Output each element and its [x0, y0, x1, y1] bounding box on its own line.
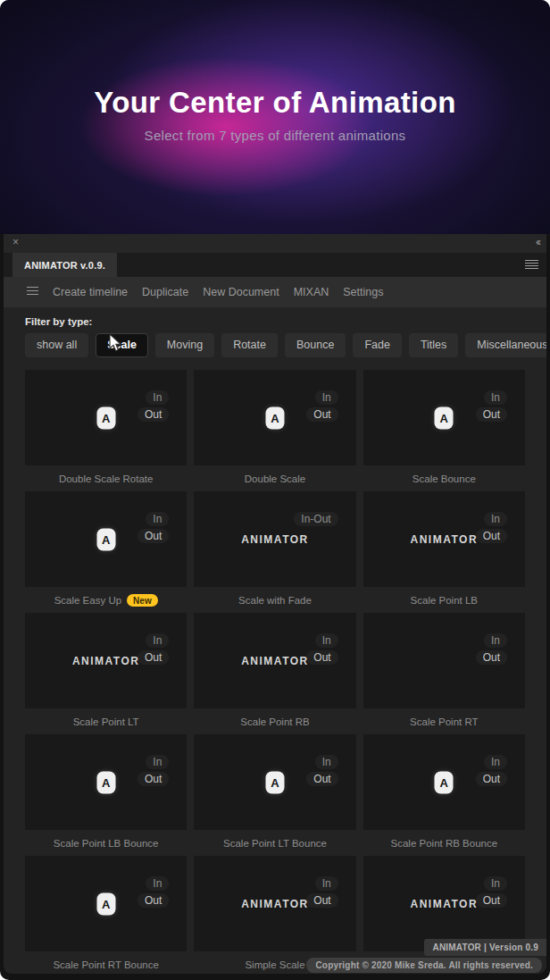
animation-card[interactable]: A InOut Scale Bounce [363, 370, 525, 491]
collapse-icon[interactable]: ‹‹ [536, 236, 539, 248]
filter-button-titles[interactable]: Titles [409, 333, 458, 357]
menubar-item-new-document[interactable]: New Document [203, 286, 279, 298]
menubar-item-duplicate[interactable]: Duplicate [142, 286, 188, 298]
filter-button-bounce[interactable]: Bounce [285, 333, 346, 357]
in-badge[interactable]: In [146, 512, 169, 526]
animation-preview[interactable]: A InOut [194, 734, 355, 830]
in-badge[interactable]: In [146, 633, 169, 648]
in-out-toggles: InOut [138, 633, 169, 665]
animation-preview[interactable]: ANIMATOR InOut [194, 856, 355, 951]
new-badge: New [127, 594, 158, 607]
animator-wordmark: ANIMATOR [241, 655, 309, 667]
hero-title: Your Center of Animation [0, 0, 550, 120]
card-label-row: Scale Point RB [194, 708, 355, 734]
animation-card[interactable]: InOut Scale Point RT [363, 613, 525, 734]
close-icon[interactable]: × [12, 237, 19, 248]
animation-preview[interactable]: ANIMATOR InOut [194, 613, 355, 708]
animation-card[interactable]: ANIMATOR InOut Simple Scale [194, 856, 355, 974]
in-badge[interactable]: In [315, 755, 338, 769]
filter-button-rotate[interactable]: Rotate [221, 333, 278, 357]
animation-card[interactable]: A InOut Scale Point LT Bounce [194, 734, 355, 856]
card-label-row: Scale Point LT [25, 708, 187, 734]
in-badge[interactable]: In [484, 390, 507, 405]
animation-card[interactable]: A InOut Scale Point RT Bounce [25, 856, 187, 974]
out-badge[interactable]: Out [138, 407, 169, 422]
animation-preview[interactable]: A InOut [363, 734, 525, 830]
animation-preview[interactable]: A InOut [25, 491, 187, 587]
in-badge[interactable]: In [315, 633, 338, 648]
in-badge[interactable]: In [146, 390, 169, 405]
filter-button-fade[interactable]: Fade [353, 333, 402, 357]
menubar-item-mixan[interactable]: MIXAN [294, 286, 329, 298]
out-badge[interactable]: Out [138, 650, 169, 665]
animation-card[interactable]: ANIMATOR In-Out Scale with Fade [194, 491, 355, 613]
card-label-row: Scale Bounce [363, 465, 525, 491]
animation-preview[interactable]: A InOut [25, 856, 187, 951]
animation-card[interactable]: ANIMATOR InOut Stomp [363, 856, 525, 974]
animation-preview[interactable]: ANIMATOR In-Out [194, 491, 355, 587]
menubar-item-settings[interactable]: Settings [343, 286, 383, 298]
out-badge[interactable]: Out [476, 407, 507, 422]
out-badge[interactable]: Out [306, 407, 338, 422]
card-label-row: Scale Point RB Bounce [363, 830, 525, 856]
animation-preview[interactable]: ANIMATOR InOut [363, 491, 525, 587]
animation-preview[interactable]: InOut [363, 613, 525, 708]
out-badge[interactable]: Out [476, 772, 507, 786]
filter-button-moving[interactable]: Moving [155, 333, 214, 357]
out-badge[interactable]: Out [476, 650, 507, 665]
animation-preview[interactable]: A InOut [363, 370, 525, 465]
panel-content: Filter by type: show allScaleMovingRotat… [4, 316, 546, 974]
filter-button-miscellaneous[interactable]: Miscellaneous [465, 333, 546, 357]
animator-wordmark: ANIMATOR [72, 655, 140, 667]
in-badge[interactable]: In [484, 755, 507, 769]
animation-card[interactable]: A InOut Scale Point RB Bounce [363, 734, 525, 856]
out-badge[interactable]: Out [306, 650, 338, 665]
out-badge[interactable]: Out [138, 772, 169, 786]
hamburger-icon[interactable] [27, 287, 38, 297]
animation-preview[interactable]: ANIMATOR InOut [25, 613, 187, 708]
card-label-row: Scale Point RT Bounce [25, 951, 187, 974]
out-badge[interactable]: Out [138, 893, 169, 908]
animation-card-label: Double Scale Rotate [59, 473, 153, 484]
out-badge[interactable]: Out [138, 529, 169, 543]
animator-logo-icon: A [96, 406, 115, 429]
tab-animator[interactable]: ANIMATOR v.0.9. [12, 253, 117, 277]
in-badge[interactable]: In [315, 390, 338, 405]
animation-card[interactable]: ANIMATOR InOut Scale Point LT [25, 613, 187, 734]
animation-card[interactable]: A InOut Double Scale [194, 370, 355, 491]
animation-preview[interactable]: A InOut [25, 734, 187, 830]
out-badge[interactable]: Out [306, 893, 338, 908]
animation-card[interactable]: A InOut Double Scale Rotate [25, 370, 187, 491]
hero-banner: Your Center of Animation Select from 7 t… [0, 0, 550, 234]
in-badge[interactable]: In [484, 633, 507, 648]
animation-preview[interactable]: A InOut [25, 370, 187, 465]
card-label-row: Scale Point LT Bounce [194, 830, 355, 856]
out-badge[interactable]: Out [476, 893, 507, 908]
animation-card[interactable]: A InOut Scale Easy Up New [25, 491, 187, 613]
animation-card-label: Scale Point LB Bounce [54, 838, 159, 849]
in-badge[interactable]: In [484, 512, 507, 526]
filter-button-scale[interactable]: Scale [96, 333, 148, 357]
animation-card[interactable]: ANIMATOR InOut Scale Point RB [194, 613, 355, 734]
in-out-badge[interactable]: In-Out [294, 512, 338, 526]
animator-logo-icon: A [435, 406, 454, 429]
animation-preview[interactable]: ANIMATOR InOut [363, 856, 525, 951]
in-out-toggles: InOut [306, 876, 338, 908]
animation-card-label: Simple Scale [245, 959, 304, 970]
out-badge[interactable]: Out [476, 529, 507, 543]
copyright-text: Copyright © 2020 Mike Sreda. All rights … [306, 958, 542, 973]
in-badge[interactable]: In [146, 876, 169, 891]
animation-card-label: Scale with Fade [238, 595, 312, 606]
panel-menu-icon[interactable] [525, 260, 538, 271]
in-badge[interactable]: In [484, 876, 507, 891]
in-badge[interactable]: In [315, 876, 338, 891]
panel-tab-row: ANIMATOR v.0.9. [4, 253, 546, 277]
animation-card[interactable]: A InOut Scale Point LB Bounce [25, 734, 187, 856]
menubar-item-create-timeline[interactable]: Create timeline [53, 286, 128, 298]
in-badge[interactable]: In [146, 755, 169, 769]
animation-preview[interactable]: A InOut [194, 370, 355, 465]
filter-button-show-all[interactable]: show all [25, 333, 88, 357]
in-out-toggles: InOut [306, 755, 338, 786]
out-badge[interactable]: Out [306, 772, 338, 786]
animation-card[interactable]: ANIMATOR InOut Scale Point LB [363, 491, 525, 613]
